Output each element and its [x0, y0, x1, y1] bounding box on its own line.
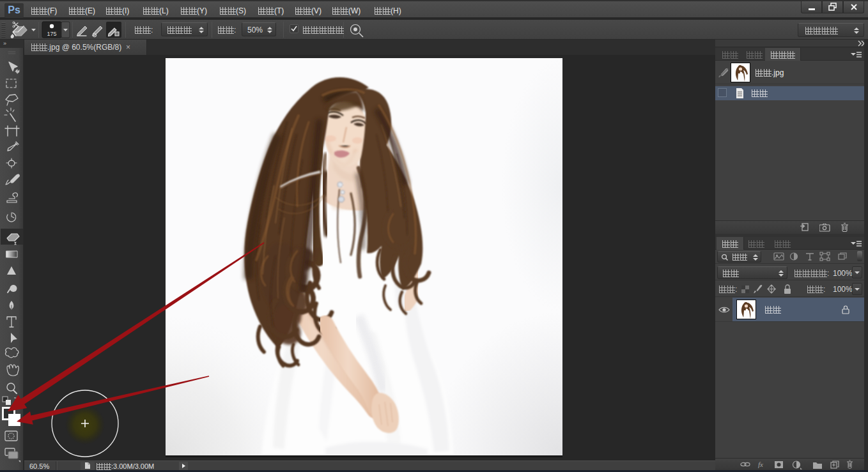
svg-text:175: 175 — [47, 31, 56, 37]
svg-text:fx: fx — [758, 461, 763, 468]
